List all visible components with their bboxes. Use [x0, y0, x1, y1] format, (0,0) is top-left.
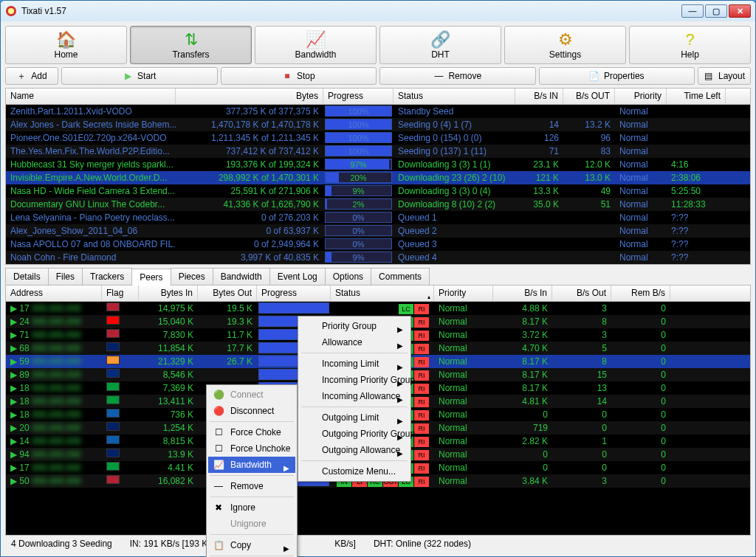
- col-bytes[interactable]: Bytes: [176, 89, 323, 104]
- menu-item-incoming-priority-group[interactable]: Incoming Priority Group▶: [300, 372, 409, 388]
- transfer-row[interactable]: Noah Cohn - Fire Diamond3,997 K of 40,83…: [6, 251, 750, 264]
- main-help-button[interactable]: ?Help: [629, 26, 751, 64]
- main-bandwidth-button[interactable]: 📈Bandwidth: [255, 26, 377, 64]
- menu-item-disconnect[interactable]: 🔴Disconnect: [208, 403, 295, 419]
- flag-icon: [106, 449, 120, 457]
- transfer-row[interactable]: Pioneer.One.S01E02.720p.x264-VODO1,211,3…: [6, 131, 750, 145]
- flag-icon: [106, 409, 120, 418]
- transfers-header[interactable]: NameBytesProgressStatusB/s INB/s OUTPrio…: [6, 89, 750, 105]
- titlebar[interactable]: Tixati v1.57 — ▢ ✕: [1, 1, 755, 21]
- col-name[interactable]: Name: [6, 89, 176, 104]
- window-title: Tixati v1.57: [21, 6, 66, 16]
- peer-col-b-s-out[interactable]: B/s Out: [552, 286, 611, 301]
- tab-peers[interactable]: Peers: [131, 269, 171, 286]
- stop-button[interactable]: ■Stop: [221, 67, 377, 85]
- dht-icon: 🔗: [430, 31, 451, 49]
- remove-button[interactable]: —Remove: [379, 67, 536, 85]
- main-toolbar: 🏠Home⇅Transfers📈Bandwidth🔗DHT⚙Settings?H…: [5, 26, 751, 64]
- flag-icon: [106, 342, 120, 351]
- properties-icon: 📄: [589, 71, 599, 81]
- main-home-button[interactable]: 🏠Home: [5, 26, 127, 64]
- transfer-row[interactable]: Alex_Jones_Show_2011_04_060 of 63,937 K0…: [6, 224, 750, 238]
- tab-comments[interactable]: Comments: [371, 268, 430, 285]
- tab-trackers[interactable]: Trackers: [82, 268, 132, 285]
- peer-col-rem-b-s[interactable]: Rem B/s: [611, 286, 670, 301]
- submenu-arrow-icon: ▶: [397, 446, 403, 462]
- menu-item-outgoing-priority-group[interactable]: Outgoing Priority Group▶: [300, 426, 409, 442]
- layout-button[interactable]: ▤Layout: [698, 67, 751, 85]
- menu-item-incoming-allowance[interactable]: Incoming Allowance▶: [300, 388, 409, 404]
- tab-bandwidth[interactable]: Bandwidth: [213, 268, 270, 285]
- peers-header[interactable]: AddressFlagBytes InBytes OutProgressStat…: [6, 286, 750, 302]
- peer-row[interactable]: ▶ 17 000.000.00014,975 K19.5 KLCRINormal…: [6, 302, 750, 315]
- transfer-row[interactable]: Lena Selyanina - Piano Poetry neoclass..…: [6, 211, 750, 224]
- bandwidth-submenu[interactable]: Priority Group▶Allowance▶Incoming Limit▶…: [298, 316, 411, 482]
- menu-item-copy[interactable]: 📋Copy▶: [208, 537, 295, 553]
- col-b-s-out[interactable]: B/s OUT: [563, 89, 615, 104]
- menu-item-allowance[interactable]: Allowance▶: [300, 334, 409, 350]
- peer-col-flag[interactable]: Flag: [102, 286, 139, 301]
- menu-item-customize-menu-[interactable]: Customize Menu...: [300, 463, 409, 480]
- peer-col-bytes-out[interactable]: Bytes Out: [198, 286, 257, 301]
- flag-icon: [106, 369, 120, 378]
- transfer-row[interactable]: Alex Jones - Dark Secrets Inside Bohem..…: [6, 118, 750, 131]
- peer-col-address[interactable]: Address: [6, 286, 102, 301]
- add-button[interactable]: ＋Add: [5, 67, 58, 85]
- menu-item-force-choke[interactable]: ☐Force Choke: [208, 424, 295, 440]
- tab-files[interactable]: Files: [48, 268, 83, 285]
- peer-col-b-s-in[interactable]: B/s In: [493, 286, 552, 301]
- tab-pieces[interactable]: Pieces: [171, 268, 213, 285]
- settings-icon: ⚙: [555, 31, 576, 49]
- menu-separator: [301, 353, 408, 353]
- main-transfers-button[interactable]: ⇅Transfers: [130, 26, 252, 64]
- transfer-row[interactable]: The.Yes.Men.Fix.The.World.P2P.Editio...7…: [6, 145, 750, 158]
- tab-options[interactable]: Options: [325, 268, 371, 285]
- home-icon: 🏠: [56, 31, 77, 49]
- menu-item-incoming-limit[interactable]: Incoming Limit▶: [300, 356, 409, 372]
- transfers-body[interactable]: Zenith.Part.1.2011.Xvid-VODO377,375 K of…: [6, 105, 750, 264]
- transfer-row[interactable]: Hubblecast 31 Sky merger yields sparkl..…: [6, 158, 750, 171]
- status-downloading: 4 Downloading 3 Seeding: [11, 536, 112, 552]
- minimize-button[interactable]: —: [681, 4, 704, 18]
- col-progress[interactable]: Progress: [323, 89, 394, 104]
- flag-icon: [106, 395, 120, 404]
- copy-icon: 📋: [213, 539, 224, 551]
- transfer-row[interactable]: Invisible.Empire.A.New.World.Order.D...2…: [6, 171, 750, 184]
- menu-item-force-unchoke[interactable]: ☐Force Unchoke: [208, 440, 295, 457]
- menu-item-priority-group[interactable]: Priority Group▶: [300, 318, 409, 334]
- peer-col-progress[interactable]: Progress: [257, 286, 331, 301]
- flag-icon: [106, 356, 120, 364]
- context-menu[interactable]: 🟢Connect🔴Disconnect☐Force Choke☐Force Un…: [206, 384, 298, 557]
- main-dht-button[interactable]: 🔗DHT: [379, 26, 501, 64]
- transfer-row[interactable]: Zenith.Part.1.2011.Xvid-VODO377,375 K of…: [6, 105, 750, 118]
- app-window: Tixati v1.57 — ▢ ✕ 🏠Home⇅Transfers📈Bandw…: [0, 0, 756, 557]
- menu-item-ignore[interactable]: ✖Ignore: [208, 499, 295, 516]
- menu-item-bandwidth[interactable]: 📈Bandwidth▶: [208, 457, 295, 473]
- peer-col-bytes-in[interactable]: Bytes In: [139, 286, 198, 301]
- col-status[interactable]: Status: [394, 89, 515, 104]
- peer-col-priority[interactable]: Priority: [434, 286, 493, 301]
- menu-item-remove[interactable]: —Remove: [208, 478, 295, 494]
- transfers-icon: ⇅: [181, 31, 202, 49]
- transfer-row[interactable]: Documentary GNU Linux The Codebr...41,33…: [6, 198, 750, 211]
- col-b-s-in[interactable]: B/s IN: [515, 89, 563, 104]
- peer-col-status[interactable]: Status▴: [331, 286, 434, 301]
- tab-details[interactable]: Details: [5, 268, 49, 285]
- transfer-row[interactable]: Nasa HD - Wide Field Camera 3 Extend...2…: [6, 184, 750, 198]
- start-button[interactable]: ▶Start: [61, 67, 218, 85]
- detail-tabs: DetailsFilesTrackersPeersPiecesBandwidth…: [5, 268, 751, 285]
- transfers-table: NameBytesProgressStatusB/s INB/s OUTPrio…: [5, 88, 751, 265]
- checkbox-icon: ☐: [213, 443, 224, 454]
- main-settings-button[interactable]: ⚙Settings: [504, 26, 626, 64]
- menu-item-outgoing-limit[interactable]: Outgoing Limit▶: [300, 409, 409, 426]
- col-priority[interactable]: Priority: [615, 89, 667, 104]
- close-button[interactable]: ✕: [729, 4, 751, 18]
- maximize-button[interactable]: ▢: [705, 4, 727, 18]
- transfer-row[interactable]: Nasa APOLLO 07 and 08 ONBOARD FIL...0 of…: [6, 238, 750, 251]
- menu-item-outgoing-allowance[interactable]: Outgoing Allowance▶: [300, 442, 409, 458]
- col-time-left[interactable]: Time Left: [667, 89, 726, 104]
- properties-button[interactable]: 📄Properties: [539, 67, 695, 85]
- tab-event-log[interactable]: Event Log: [269, 268, 326, 285]
- menu-separator: [210, 556, 294, 556]
- status-kbs: KB/s]: [334, 536, 356, 552]
